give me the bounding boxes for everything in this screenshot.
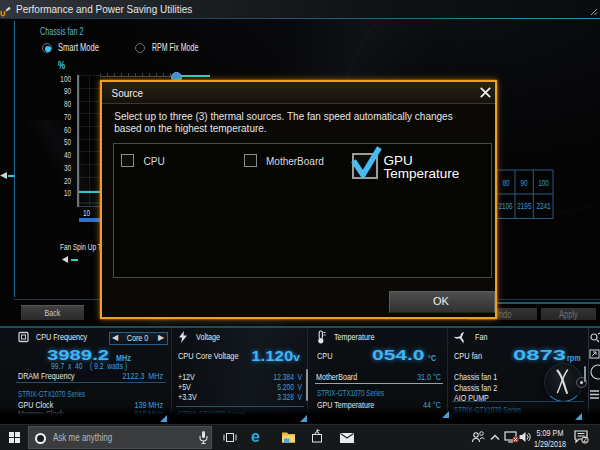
svg-text:2: 2: [583, 436, 587, 443]
